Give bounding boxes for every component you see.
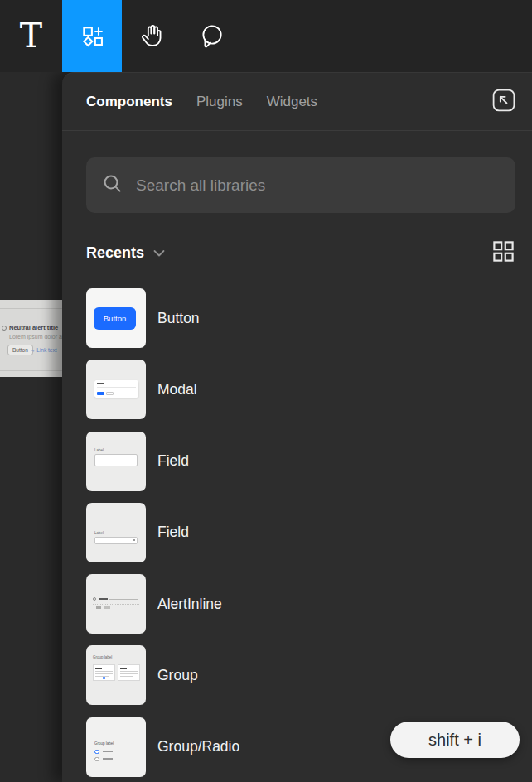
component-item-modal[interactable]: Modal: [86, 360, 515, 419]
field-thumbnail: Label: [86, 432, 146, 491]
recents-collapse-button[interactable]: [153, 247, 165, 259]
search-bar[interactable]: [86, 157, 515, 213]
component-item-field-2[interactable]: Label Field: [86, 503, 515, 562]
grid-view-button[interactable]: [493, 241, 514, 264]
panel-tab-bar: Components Plugins Widgets: [62, 72, 532, 131]
group-radio-thumbnail: Group label: [86, 717, 146, 777]
recents-title: Recents: [86, 244, 144, 262]
tab-components[interactable]: Components: [86, 94, 172, 110]
comment-tool-button[interactable]: [181, 0, 241, 72]
mini-field-label: Label: [94, 449, 104, 453]
hand-tool-icon: [139, 23, 165, 49]
arrow-up-left-icon: [492, 89, 515, 114]
popout-panel-button[interactable]: [492, 90, 515, 113]
mini-input-graphic: [94, 537, 138, 544]
group-thumbnail: Group label: [86, 645, 146, 705]
mini-caret-graphic: [133, 539, 136, 542]
component-item-label: AlertInline: [157, 596, 222, 613]
shortcut-text: shift + i: [428, 731, 481, 750]
component-item-label: Group: [157, 667, 198, 684]
mini-modal-graphic: [94, 380, 138, 398]
alert-bottom-divider: [0, 370, 62, 371]
grid-icon: [493, 241, 514, 264]
mini-radio-checked: [94, 750, 99, 755]
field-select-thumbnail: Label: [86, 503, 146, 562]
component-item-label: Button: [157, 310, 200, 327]
component-item-label: Field: [157, 524, 189, 541]
mini-group-label: Group label: [93, 656, 112, 660]
text-tool-icon: T: [20, 19, 42, 53]
component-item-button[interactable]: Button Button: [86, 288, 515, 348]
mini-radio-unchecked: [94, 757, 99, 762]
tab-plugins[interactable]: Plugins: [196, 94, 243, 110]
search-icon: [101, 172, 123, 198]
button-thumbnail: Button: [86, 288, 146, 348]
shortcut-hint: shift + i: [390, 722, 520, 758]
mini-input-graphic: [94, 454, 138, 466]
canvas-alert-component[interactable]: Neutral alert title Lorem ipsum dolor am…: [0, 300, 62, 377]
recents-header: Recents: [86, 241, 514, 264]
component-item-label: Group/Radio: [157, 738, 239, 755]
mini-button-graphic: Button: [94, 307, 136, 330]
comment-icon: [199, 23, 225, 49]
figma-app: T: [0, 0, 532, 782]
canvas-area[interactable]: Neutral alert title Lorem ipsum dolor am…: [0, 72, 62, 782]
component-item-label: Modal: [157, 381, 197, 398]
alert-link[interactable]: → Link text: [30, 347, 57, 353]
component-item-field-1[interactable]: Label Field: [86, 432, 515, 491]
alertinline-thumbnail: [86, 574, 146, 634]
alert-body: Lorem ipsum dolor amet consect: [9, 334, 62, 340]
component-item-alertinline[interactable]: AlertInline: [86, 574, 515, 634]
resources-panel: Components Plugins Widgets: [62, 72, 532, 782]
mini-field-label: Label: [94, 532, 104, 536]
component-item-group[interactable]: Group label Group: [86, 645, 515, 705]
alert-top-divider: [0, 308, 62, 309]
component-item-label: Field: [157, 452, 189, 470]
components-list: Button Button Modal Label Field: [86, 288, 515, 777]
alert-info-icon: [2, 326, 7, 331]
mini-group-label: Group label: [94, 742, 114, 746]
tab-widgets[interactable]: Widgets: [267, 94, 317, 110]
text-tool-button[interactable]: T: [0, 0, 62, 72]
modal-thumbnail: [86, 360, 146, 419]
resources-tool-button[interactable]: [62, 0, 122, 72]
search-input[interactable]: [136, 176, 501, 195]
resources-icon: [81, 25, 104, 47]
toolbar: T: [0, 0, 532, 72]
alert-title: Neutral alert title: [9, 324, 58, 331]
chevron-down-icon: [153, 247, 165, 259]
hand-tool-button[interactable]: [122, 0, 181, 72]
